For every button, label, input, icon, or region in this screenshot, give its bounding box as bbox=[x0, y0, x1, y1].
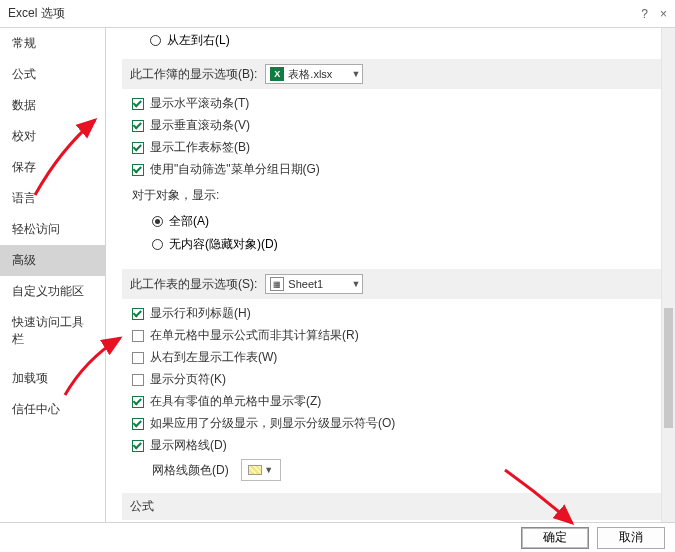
excel-icon: X bbox=[270, 67, 284, 81]
cancel-button[interactable]: 取消 bbox=[597, 527, 665, 549]
sidebar-item-save[interactable]: 保存 bbox=[0, 152, 105, 183]
opt-sheet-tabs[interactable]: 显示工作表标签(B) bbox=[132, 139, 661, 156]
close-button[interactable]: × bbox=[660, 7, 667, 21]
opt-vscrollbar[interactable]: 显示垂直滚动条(V) bbox=[132, 117, 661, 134]
objects-radio-group: 全部(A) 无内容(隐藏对象)(D) bbox=[132, 209, 661, 257]
checkbox-icon bbox=[132, 418, 144, 430]
sidebar-item-addins[interactable]: 加载项 bbox=[0, 363, 105, 394]
checkbox-icon bbox=[132, 330, 144, 342]
content-pane: 从左到右(L) 此工作簿的显示选项(B): X 表格.xlsx ▼ 显示水平滚动… bbox=[106, 28, 675, 522]
checkbox-icon bbox=[132, 164, 144, 176]
gridline-color-label: 网格线颜色(D) bbox=[152, 462, 229, 479]
checkbox-icon bbox=[132, 98, 144, 110]
opt-show-zero[interactable]: 在具有零值的单元格中显示零(Z) bbox=[132, 393, 661, 410]
worksheet-dropdown-label: Sheet1 bbox=[288, 278, 347, 290]
formula-header-label: 公式 bbox=[130, 498, 154, 515]
window-controls: ? × bbox=[641, 7, 667, 21]
formula-options: 启用多线程计算(U) 计算线程数 使用此计算机上的所有处理器(P): 8 手动重… bbox=[122, 520, 661, 522]
sidebar: 常规 公式 数据 校对 保存 语言 轻松访问 高级 自定义功能区 快速访问工具栏… bbox=[0, 28, 106, 522]
worksheet-section-header: 此工作表的显示选项(S): ▦ Sheet1 ▼ bbox=[122, 269, 661, 299]
gridline-color-button[interactable]: ▼ bbox=[241, 459, 281, 481]
opt-rtl-sheet[interactable]: 从右到左显示工作表(W) bbox=[132, 349, 661, 366]
color-swatch-icon bbox=[248, 465, 262, 475]
workbook-options: 显示水平滚动条(T) 显示垂直滚动条(V) 显示工作表标签(B) 使用"自动筛选… bbox=[122, 89, 661, 263]
opt-autofilter-group-dates[interactable]: 使用"自动筛选"菜单分组日期(G) bbox=[132, 161, 661, 178]
sidebar-item-proofing[interactable]: 校对 bbox=[0, 121, 105, 152]
worksheet-header-label: 此工作表的显示选项(S): bbox=[130, 276, 257, 293]
checkbox-icon bbox=[132, 396, 144, 408]
workbook-dropdown[interactable]: X 表格.xlsx ▼ bbox=[265, 64, 363, 84]
opt-hscrollbar[interactable]: 显示水平滚动条(T) bbox=[132, 95, 661, 112]
dialog-footer: 确定 取消 bbox=[0, 522, 675, 552]
radio-icon bbox=[152, 216, 163, 227]
sidebar-item-formulas[interactable]: 公式 bbox=[0, 59, 105, 90]
opt-outline-symbols[interactable]: 如果应用了分级显示，则显示分级显示符号(O) bbox=[132, 415, 661, 432]
chevron-down-icon: ▼ bbox=[264, 465, 273, 475]
sidebar-item-general[interactable]: 常规 bbox=[0, 28, 105, 59]
checkbox-icon bbox=[132, 352, 144, 364]
sidebar-item-advanced[interactable]: 高级 bbox=[0, 245, 105, 276]
objects-label: 对于对象，显示: bbox=[132, 183, 661, 204]
titlebar: Excel 选项 ? × bbox=[0, 0, 675, 28]
radio-icon[interactable] bbox=[150, 35, 161, 46]
checkbox-icon bbox=[132, 120, 144, 132]
radio-show-all[interactable]: 全部(A) bbox=[152, 213, 661, 230]
sidebar-item-trust-center[interactable]: 信任中心 bbox=[0, 394, 105, 425]
opt-headers[interactable]: 显示行和列标题(H) bbox=[132, 305, 661, 322]
vertical-scrollbar[interactable] bbox=[661, 28, 675, 522]
workbook-dropdown-label: 表格.xlsx bbox=[288, 67, 347, 82]
scroll-thumb[interactable] bbox=[664, 308, 673, 428]
checkbox-icon bbox=[132, 374, 144, 386]
dialog-body: 常规 公式 数据 校对 保存 语言 轻松访问 高级 自定义功能区 快速访问工具栏… bbox=[0, 28, 675, 522]
sidebar-item-accessibility[interactable]: 轻松访问 bbox=[0, 214, 105, 245]
radio-icon bbox=[152, 239, 163, 250]
sheet-icon: ▦ bbox=[270, 277, 284, 291]
opt-show-formulas[interactable]: 在单元格中显示公式而非其计算结果(R) bbox=[132, 327, 661, 344]
truncated-radio-row: 从左到右(L) bbox=[122, 28, 661, 53]
formula-section-header: 公式 bbox=[122, 493, 661, 520]
checkbox-icon bbox=[132, 308, 144, 320]
chevron-down-icon: ▼ bbox=[351, 69, 360, 79]
opt-page-breaks[interactable]: 显示分页符(K) bbox=[132, 371, 661, 388]
truncated-label: 从左到右(L) bbox=[167, 32, 230, 49]
dialog-title: Excel 选项 bbox=[8, 5, 65, 22]
checkbox-icon bbox=[132, 440, 144, 452]
chevron-down-icon: ▼ bbox=[351, 279, 360, 289]
gridline-color-row: 网格线颜色(D) ▼ bbox=[132, 459, 661, 481]
opt-gridlines[interactable]: 显示网格线(D) bbox=[132, 437, 661, 454]
sidebar-item-customize-ribbon[interactable]: 自定义功能区 bbox=[0, 276, 105, 307]
ok-button[interactable]: 确定 bbox=[521, 527, 589, 549]
worksheet-options: 显示行和列标题(H) 在单元格中显示公式而非其计算结果(R) 从右到左显示工作表… bbox=[122, 299, 661, 487]
workbook-section-header: 此工作簿的显示选项(B): X 表格.xlsx ▼ bbox=[122, 59, 661, 89]
sidebar-item-language[interactable]: 语言 bbox=[0, 183, 105, 214]
help-button[interactable]: ? bbox=[641, 7, 648, 21]
radio-hide-objects[interactable]: 无内容(隐藏对象)(D) bbox=[152, 236, 661, 253]
sidebar-item-data[interactable]: 数据 bbox=[0, 90, 105, 121]
workbook-header-label: 此工作簿的显示选项(B): bbox=[130, 66, 257, 83]
sidebar-item-quick-access[interactable]: 快速访问工具栏 bbox=[0, 307, 105, 355]
worksheet-dropdown[interactable]: ▦ Sheet1 ▼ bbox=[265, 274, 363, 294]
checkbox-icon bbox=[132, 142, 144, 154]
